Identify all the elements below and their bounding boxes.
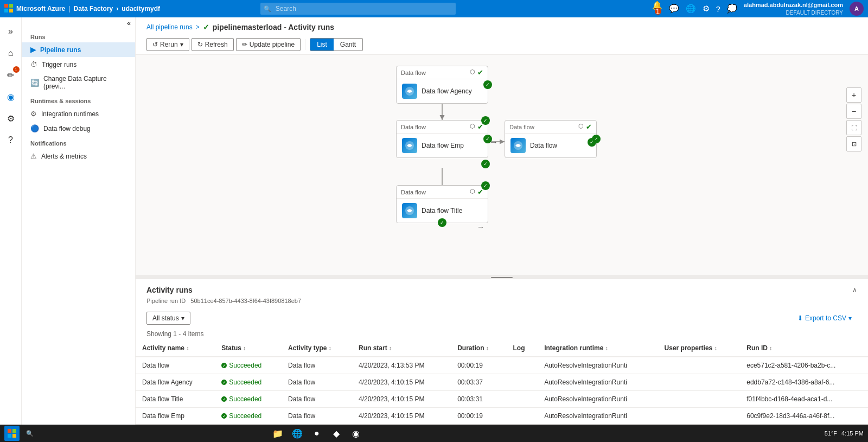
view-list-button[interactable]: List bbox=[310, 39, 334, 50]
sidebar-item-trigger-runs[interactable]: ⏱ Trigger runs bbox=[22, 57, 135, 72]
node-dataflow[interactable]: Data flow ⬡ ✔ Data flow ✓ bbox=[505, 120, 597, 158]
pipeline-run-id-label: Pipeline run ID bbox=[146, 298, 186, 304]
temp-display: 51°F bbox=[825, 430, 837, 437]
help-icon[interactable]: ? bbox=[716, 4, 720, 14]
node-title[interactable]: Data flow ⬡ ✔ Data flow Title ✓ → bbox=[396, 185, 488, 223]
taskbar-file-explorer[interactable]: 📁 bbox=[269, 426, 286, 441]
node-agency[interactable]: Data flow ⬡ ✔ Data flow Agency ✓ bbox=[396, 66, 488, 104]
rail-collapse[interactable]: » bbox=[1, 22, 21, 41]
node-emp-header: Data flow ⬡ ✔ bbox=[397, 121, 488, 134]
filter-button[interactable]: All status ▾ bbox=[146, 312, 190, 325]
check-dataflow-right: ✓ bbox=[588, 138, 596, 147]
svg-rect-1 bbox=[9, 4, 13, 8]
search-input[interactable] bbox=[260, 3, 456, 15]
sidebar-item-alerts[interactable]: ⚠ Alerts & metrics bbox=[22, 149, 135, 163]
rail-learn[interactable]: ? bbox=[1, 130, 21, 150]
col-run-id[interactable]: Run ID ↕ bbox=[740, 340, 868, 357]
col-type[interactable]: Activity type ↕ bbox=[282, 340, 352, 357]
activity-runs-table-wrap: Activity name ↕ Status ↕ Activity type ↕ bbox=[136, 340, 868, 425]
node-agency-success-icon: ✔ bbox=[477, 68, 483, 77]
update-pipeline-button[interactable]: ✏ Update pipeline bbox=[236, 38, 301, 51]
sidebar-item-pipeline-runs[interactable]: ▶ Pipeline runs bbox=[22, 42, 135, 57]
col-user-props[interactable]: User properties ↕ bbox=[658, 340, 741, 357]
start-button[interactable] bbox=[4, 426, 20, 441]
sort-duration-icon: ↕ bbox=[486, 345, 489, 351]
zoom-out-button[interactable]: − bbox=[846, 104, 861, 119]
status-text-3: Succeeded bbox=[229, 412, 261, 420]
export-dropdown-icon: ▾ bbox=[848, 314, 852, 322]
node-dataflow-open-icon[interactable]: ⬡ bbox=[578, 123, 584, 131]
user-email: alahmad.abdulrazak.nl@gmail.com bbox=[744, 1, 843, 9]
trigger-runs-icon: ⏱ bbox=[30, 60, 37, 68]
diagram-area: Data flow ⬡ ✔ Data flow Agency ✓ bbox=[136, 55, 868, 276]
node-dataflow-icon bbox=[510, 138, 526, 153]
cell-name-3: Data flow Emp bbox=[136, 408, 215, 425]
rail-manage[interactable]: ⚙ bbox=[1, 109, 21, 128]
col-duration[interactable]: Duration ↕ bbox=[451, 340, 506, 357]
sort-type-icon: ↕ bbox=[329, 345, 331, 351]
sidebar: « Runs ▶ Pipeline runs ⏱ Trigger runs 🔄 … bbox=[22, 17, 136, 425]
pipeline-runs-label: Pipeline runs bbox=[40, 46, 81, 54]
svg-rect-3 bbox=[9, 9, 13, 12]
node-emp-open-icon[interactable]: ⬡ bbox=[470, 123, 475, 131]
export-button[interactable]: ⬇ Export to CSV ▾ bbox=[792, 312, 857, 324]
sidebar-item-data-flow-debug[interactable]: 🔵 Data flow debug bbox=[22, 121, 135, 136]
taskbar: 🔍 📁 🌐 ● ◆ ◉ 51°F 4:15 PM bbox=[0, 425, 868, 442]
arrow-emp-to-dataflow: → bbox=[489, 137, 498, 147]
taskbar-edge[interactable]: 🌐 bbox=[289, 426, 306, 441]
sidebar-toggle[interactable]: « bbox=[22, 17, 135, 29]
chat-icon[interactable]: 💬 bbox=[669, 4, 679, 14]
rail-monitor[interactable]: ◉ bbox=[1, 87, 21, 106]
alerts-label: Alerts & metrics bbox=[41, 153, 87, 160]
taskbar-app2[interactable]: ◉ bbox=[347, 426, 365, 441]
portal-icon[interactable]: 🌐 bbox=[686, 4, 696, 14]
col-run-start[interactable]: Run start ↕ bbox=[352, 340, 451, 357]
cell-name-1: Data flow Agency bbox=[136, 374, 215, 391]
table-row: Data flow Title ✓ Succeeded Data flow 4/… bbox=[136, 391, 868, 408]
taskbar-app1[interactable]: ◆ bbox=[328, 426, 345, 441]
user-avatar[interactable]: A bbox=[850, 2, 864, 16]
cell-integration-1: AutoResolveIntegrationRunti bbox=[538, 374, 658, 391]
reset-view-button[interactable]: ⊡ bbox=[846, 136, 861, 151]
node-emp-icon bbox=[402, 138, 417, 153]
view-gantt-button[interactable]: Gantt bbox=[334, 39, 362, 50]
rerun-button[interactable]: ↺ Rerun ▾ bbox=[146, 38, 189, 51]
author-badge: 1 bbox=[13, 66, 20, 73]
col-log[interactable]: Log bbox=[507, 340, 538, 357]
feedback-icon[interactable]: 💭 bbox=[727, 4, 737, 14]
filter-dropdown-icon: ▾ bbox=[181, 314, 184, 322]
taskbar-chrome[interactable]: ● bbox=[308, 426, 326, 441]
search-container: 🔍 bbox=[260, 3, 456, 15]
rail-author[interactable]: ✏ 1 bbox=[1, 65, 21, 85]
taskbar-search[interactable]: 🔍 bbox=[22, 426, 38, 441]
node-agency-open-icon[interactable]: ⬡ bbox=[470, 68, 475, 77]
cell-duration-0: 00:00:19 bbox=[451, 357, 506, 374]
node-title-open-icon[interactable]: ⬡ bbox=[470, 188, 475, 196]
col-status[interactable]: Status ↕ bbox=[215, 340, 282, 357]
zoom-in-button[interactable]: + bbox=[846, 87, 861, 103]
cell-integration-3: AutoResolveIntegrationRunti bbox=[538, 408, 658, 425]
svg-rect-2 bbox=[4, 9, 8, 12]
toolbar-divider bbox=[305, 39, 305, 50]
node-emp[interactable]: Data flow ⬡ ✔ Data flow Emp ✓ bbox=[396, 120, 488, 158]
notifications-icon[interactable]: 🔔 1 bbox=[652, 1, 662, 17]
cell-status-1: ✓ Succeeded bbox=[215, 374, 282, 391]
collapse-button[interactable]: ∧ bbox=[852, 286, 857, 294]
brand-separator: | bbox=[68, 5, 70, 12]
cell-type-1: Data flow bbox=[282, 374, 352, 391]
sidebar-item-cdc[interactable]: 🔄 Change Data Capture (previ... bbox=[22, 72, 135, 93]
breadcrumb-all-runs[interactable]: All pipeline runs bbox=[146, 23, 193, 31]
rail-home[interactable]: ⌂ bbox=[1, 43, 21, 63]
fit-view-button[interactable]: ⛶ bbox=[846, 120, 861, 135]
check-emp-top: ✓ bbox=[481, 116, 490, 125]
user-info[interactable]: alahmad.abdulrazak.nl@gmail.com DEFAULT … bbox=[744, 1, 843, 16]
toolbar: ↺ Rerun ▾ ↻ Refresh ✏ Update pipeline Li… bbox=[136, 35, 868, 55]
refresh-label: Refresh bbox=[205, 41, 228, 48]
resource-name: udacitymydf bbox=[122, 5, 160, 12]
col-name[interactable]: Activity name ↕ bbox=[136, 340, 215, 357]
settings-icon[interactable]: ⚙ bbox=[703, 4, 710, 14]
sidebar-item-integration-runtimes[interactable]: ⚙ Integration runtimes bbox=[22, 106, 135, 121]
refresh-button[interactable]: ↻ Refresh bbox=[192, 38, 234, 51]
node-dataflow-header: Data flow ⬡ ✔ bbox=[505, 121, 596, 134]
col-integration[interactable]: Integration runtime ↕ bbox=[538, 340, 658, 357]
